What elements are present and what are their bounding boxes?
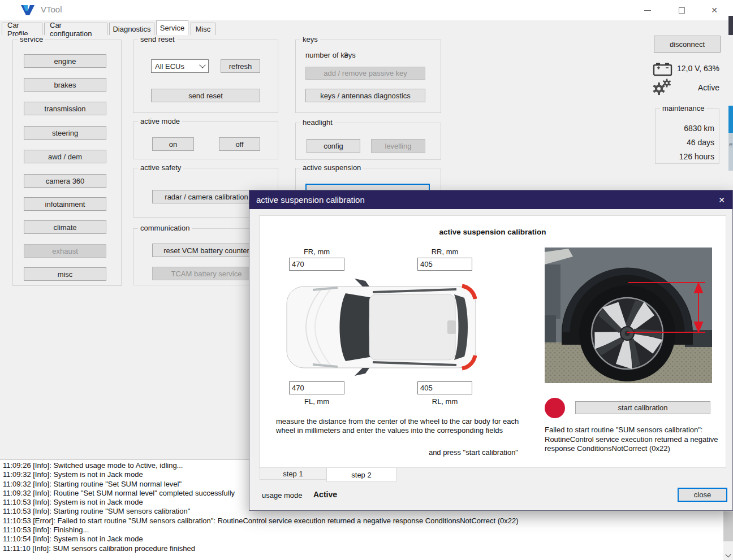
number-of-keys-value: 3	[344, 51, 348, 59]
active-suspension-group-label: active suspension	[300, 163, 363, 172]
active-mode-on-button[interactable]: on	[152, 137, 194, 151]
maximize-icon[interactable]	[673, 3, 690, 17]
headlight-levelling-button: levelling	[371, 139, 425, 153]
number-of-keys-label: number of keys	[305, 51, 356, 59]
ecu-select[interactable]: All ECUs	[151, 59, 209, 73]
press-note-text: and press "start calibration"	[363, 448, 518, 457]
service-group-label: service	[18, 35, 45, 44]
background-window-sliver	[728, 106, 733, 133]
rr-input[interactable]	[417, 258, 472, 271]
dialog-usage-mode-value: Active	[313, 490, 337, 499]
log-line: 11:10:54 [Info]: System is not in Jack m…	[3, 535, 733, 544]
dialog-close-button[interactable]: close	[678, 488, 727, 502]
send-reset-group-label: send reset	[138, 35, 177, 44]
send-reset-button[interactable]: send reset	[151, 89, 260, 102]
brakes-button[interactable]: brakes	[24, 78, 106, 92]
tab-diagnostics[interactable]: Diagnostics	[109, 23, 154, 35]
chevron-down-icon	[726, 552, 731, 557]
reset-vcm-battery-counter-button[interactable]: reset VCM battery counter	[152, 244, 261, 257]
start-calibration-button[interactable]: start calibration	[575, 401, 710, 414]
scrollbar-down-button[interactable]	[723, 550, 733, 560]
awd-dem-button[interactable]: awd / dem	[24, 150, 106, 163]
log-line: 11:10:53 [Error]: Failed to start routin…	[3, 516, 733, 526]
rl-label: RL, mm	[417, 397, 472, 406]
usage-mode-value: Active	[673, 83, 719, 92]
radar-camera-calibration-button[interactable]: radar / camera calibration	[152, 190, 261, 203]
active-suspension-calibration-dialog: active suspension calibration ✕ active s…	[249, 190, 733, 511]
active-safety-group-label: active safety	[138, 163, 183, 172]
add-remove-passive-key-button: add / remove passive key	[305, 67, 425, 80]
app-title: VTool	[41, 5, 62, 14]
usage-mode-label: usage mode	[262, 491, 303, 500]
exhaust-button: exhaust	[24, 244, 106, 258]
vtool-logo-icon	[20, 5, 35, 16]
climate-button[interactable]: climate	[24, 220, 106, 234]
maintenance-km: 6830 km	[684, 124, 714, 133]
fl-label: FL, mm	[289, 397, 344, 406]
log-line: 11:10:53 [Info]: Finishing...	[3, 526, 733, 535]
instructions-text: measure the distance from the center of …	[276, 417, 520, 436]
active-mode-group-label: active mode	[138, 117, 182, 125]
tab-step-2[interactable]: step 2	[326, 468, 396, 482]
fl-input[interactable]	[289, 381, 344, 394]
tab-car-profile[interactable]: Car Profile	[2, 23, 42, 35]
fr-input[interactable]	[289, 258, 344, 271]
dialog-heading: active suspension calibration	[259, 228, 726, 236]
rl-input[interactable]	[417, 381, 472, 394]
communication-group-label: communication	[138, 224, 192, 232]
tab-misc[interactable]: Misc	[191, 23, 215, 35]
titlebar: VTool ✕	[0, 0, 733, 20]
tab-car-configuration[interactable]: Car configuration	[44, 23, 107, 35]
active-mode-off-button[interactable]: off	[219, 137, 260, 151]
disconnect-button[interactable]: disconnect	[654, 36, 721, 53]
usage-mode-gears-icon	[652, 78, 673, 96]
steering-button[interactable]: steering	[24, 126, 106, 140]
headlight-config-button[interactable]: config	[307, 139, 360, 153]
headlight-group-label: headlight	[300, 118, 335, 127]
car-top-view-image	[283, 277, 480, 377]
maintenance-group-label: maintenance	[660, 104, 706, 112]
main-tabstrip: Car Profile Car configuration Diagnostic…	[0, 20, 733, 35]
fr-label: FR, mm	[289, 248, 344, 256]
maintenance-group: maintenance 6830 km 46 days 126 hours	[655, 108, 719, 164]
rr-label: RR, mm	[417, 248, 472, 256]
minimize-icon[interactable]	[639, 3, 656, 17]
misc-button[interactable]: misc	[24, 267, 106, 281]
maintenance-days: 46 days	[687, 138, 714, 147]
keys-antennas-diagnostics-button[interactable]: keys / antennas diagnostics	[305, 89, 425, 102]
engine-button[interactable]: engine	[24, 54, 106, 68]
status-indicator	[545, 398, 565, 418]
camera-360-button[interactable]: camera 360	[24, 174, 106, 188]
tab-step-1[interactable]: step 1	[260, 468, 326, 480]
close-icon[interactable]: ✕	[706, 3, 723, 17]
battery-icon	[653, 62, 673, 76]
log-line: 11:11:10 [Info]: SUM sensors calibration…	[3, 544, 733, 553]
battery-status: 12,0 V, 63%	[673, 64, 719, 73]
background-window-sliver	[728, 16, 733, 35]
dialog-title: active suspension calibration	[256, 195, 365, 205]
refresh-button[interactable]: refresh	[221, 59, 260, 73]
transmission-button[interactable]: transmission	[24, 102, 106, 115]
scrollbar-thumb[interactable]	[723, 511, 733, 541]
keys-group-label: keys	[300, 35, 320, 44]
background-window-sliver: e	[728, 133, 733, 171]
wheel-photo	[545, 248, 712, 383]
chevron-down-icon	[199, 62, 205, 68]
vtool-window: VTool ✕ Car Profile Car configuration Di…	[0, 0, 733, 560]
calibration-error-text: Failed to start routine "SUM sensors cal…	[545, 426, 723, 454]
tcam-battery-service-button: TCAM battery service	[152, 267, 261, 280]
dialog-titlebar: active suspension calibration ✕	[249, 190, 732, 209]
tab-service[interactable]: Service	[156, 20, 188, 35]
dialog-close-icon[interactable]: ✕	[715, 194, 728, 206]
maintenance-hours: 126 hours	[679, 152, 714, 161]
infotainment-button[interactable]: infotainment	[24, 197, 106, 211]
